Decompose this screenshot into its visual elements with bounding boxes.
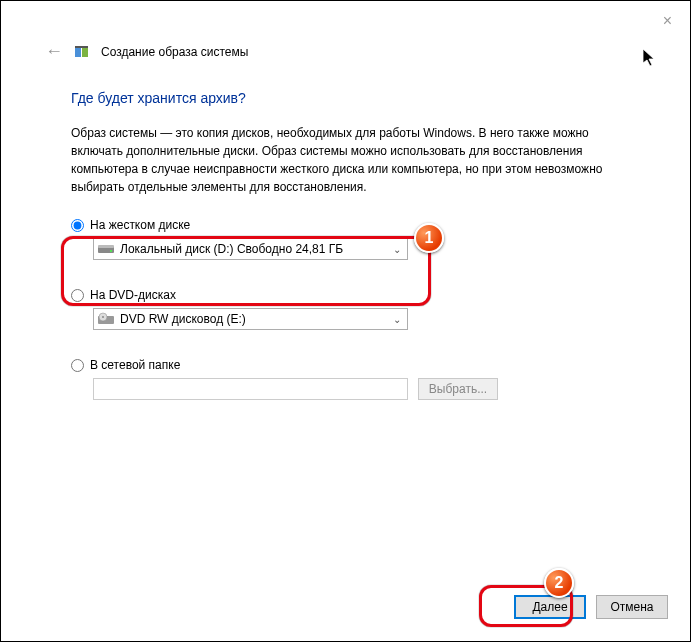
svg-point-5	[110, 250, 112, 252]
page-heading: Где будет хранится архив?	[71, 90, 640, 106]
window-title: Создание образа системы	[101, 45, 248, 59]
radio-hard-disk[interactable]	[71, 219, 84, 232]
next-button[interactable]: Далее	[514, 595, 586, 619]
dvd-select[interactable]: DVD RW дисковод (E:) ⌄	[93, 308, 408, 330]
svg-point-8	[102, 316, 104, 318]
dvd-selected-text: DVD RW дисковод (E:)	[120, 312, 246, 326]
chevron-down-icon: ⌄	[393, 244, 401, 255]
radio-network-label[interactable]: В сетевой папке	[90, 358, 180, 372]
hard-disk-selected-text: Локальный диск (D:) Свободно 24,81 ГБ	[120, 242, 343, 256]
dvd-drive-icon	[98, 312, 114, 326]
network-path-input	[93, 378, 408, 400]
browse-button: Выбрать...	[418, 378, 498, 400]
hard-disk-select[interactable]: Локальный диск (D:) Свободно 24,81 ГБ ⌄	[93, 238, 408, 260]
svg-rect-4	[98, 245, 114, 248]
hard-drive-icon	[98, 242, 114, 256]
page-description: Образ системы — это копия дисков, необхо…	[71, 124, 640, 196]
svg-rect-1	[82, 47, 88, 57]
radio-network[interactable]	[71, 359, 84, 372]
back-arrow-icon: ←	[45, 41, 63, 62]
annotation-step-badge: 2	[544, 568, 574, 598]
option-dvd: На DVD-дисках DVD RW дисковод (E:) ⌄	[71, 288, 640, 330]
svg-rect-0	[75, 47, 81, 57]
radio-dvd-label[interactable]: На DVD-дисках	[90, 288, 176, 302]
wizard-icon	[73, 43, 91, 61]
chevron-down-icon: ⌄	[393, 314, 401, 325]
option-hard-disk: На жестком диске Локальный диск (D:) Сво…	[71, 218, 640, 260]
close-icon[interactable]: ×	[655, 8, 680, 34]
cancel-button[interactable]: Отмена	[596, 595, 668, 619]
svg-rect-2	[75, 46, 88, 48]
radio-dvd[interactable]	[71, 289, 84, 302]
option-network: В сетевой папке Выбрать...	[71, 358, 640, 400]
radio-hard-disk-label[interactable]: На жестком диске	[90, 218, 190, 232]
